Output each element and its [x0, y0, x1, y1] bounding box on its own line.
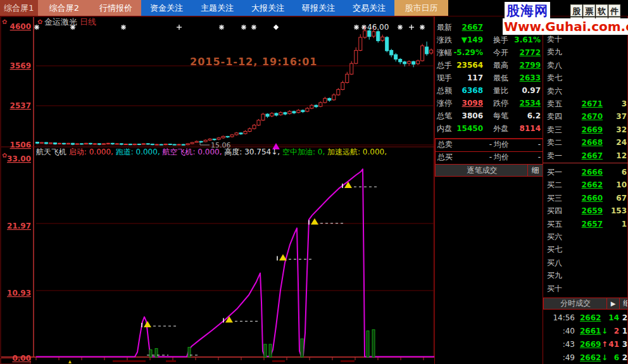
tick-by-tick-tab[interactable]: 逐笔成交: [435, 164, 529, 177]
candle: [44, 142, 47, 144]
time-sales-row[interactable]: 14:562662142: [543, 311, 628, 324]
bid-row[interactable]: 买七: [543, 243, 628, 256]
total-buy-row: 总买-均价-: [435, 151, 543, 165]
quote-value: 2534: [520, 97, 541, 110]
quote-row: 总笔3806每笔6.2: [435, 110, 543, 122]
axis-label: 10.93: [7, 289, 31, 298]
candle: [430, 49, 433, 55]
ask-row[interactable]: 卖二266824: [543, 136, 628, 149]
expand-arrow-button[interactable]: ▶: [606, 298, 620, 310]
candle: [359, 34, 362, 51]
menu-tab-1[interactable]: 综合屏1: [0, 0, 38, 16]
quote-value: 2799: [520, 59, 541, 72]
window-flower-icon[interactable]: ✿: [2, 152, 7, 159]
book-level-label: 买九: [547, 269, 562, 282]
ask-row[interactable]: 卖五26713: [543, 97, 628, 110]
bid-row[interactable]: 买八: [543, 256, 628, 269]
book-price: 2670: [582, 110, 603, 123]
menu-tab-2[interactable]: 综合屏2: [38, 0, 91, 16]
time-sales-row[interactable]: :402661↓21: [543, 325, 628, 337]
quote-label: 最新: [437, 21, 452, 34]
event-marker-star: [361, 25, 367, 30]
indicator-param: 空中加油: 0,: [282, 147, 327, 156]
ask-row[interactable]: 卖三266932: [543, 123, 628, 136]
candle: [111, 143, 114, 145]
quote-label: 跌停: [493, 97, 508, 110]
ask-row[interactable]: 卖七: [543, 72, 628, 84]
trade-volume: 2: [614, 325, 619, 337]
candle: [129, 144, 132, 145]
quote-label: 最低: [493, 72, 508, 84]
watermark-url: Www.Guhai.com.cn: [503, 18, 628, 35]
trade-time: :40: [543, 325, 575, 337]
menu-tab-3[interactable]: 行情报价: [91, 0, 141, 16]
bid-row[interactable]: 买九: [543, 269, 628, 282]
volume-bar: [188, 348, 191, 357]
menu-tab-7[interactable]: 研报关注: [293, 0, 344, 16]
bid-row[interactable]: 买四2659153: [543, 204, 628, 217]
quote-value: -: [489, 152, 492, 163]
time-sales-detail-button[interactable]: 细: [619, 298, 628, 310]
watermark: 股海网 股票软件资源分享 Www.Guhai.com.cn: [502, 1, 628, 36]
candle: [319, 101, 322, 107]
menu-tab-8[interactable]: 交易关注: [344, 0, 394, 16]
quote-value: ▼149: [462, 34, 483, 46]
quote-label: 总笔: [437, 110, 452, 122]
candle: [173, 144, 176, 145]
bid-row[interactable]: 买五26571: [543, 218, 628, 230]
event-marker-star: [398, 25, 403, 30]
book-price: 2667: [582, 149, 603, 162]
event-marker-star: [354, 25, 359, 30]
candle: [346, 72, 349, 84]
bid-row[interactable]: 买二266210: [543, 179, 628, 191]
time-sales-row[interactable]: :432669↑413: [543, 338, 628, 351]
ask-row[interactable]: 卖八: [543, 59, 628, 72]
trade-volume: 6: [614, 351, 619, 364]
quote-row: 内盘15450外盘8114: [435, 122, 543, 135]
book-volume: 153: [611, 204, 627, 217]
ask-row[interactable]: 卖一266712: [543, 149, 628, 162]
candle: [155, 144, 158, 145]
window-flower-icon[interactable]: ✿: [2, 18, 7, 25]
book-level-label: 卖四: [547, 110, 562, 123]
candle: [204, 139, 207, 142]
period-label[interactable]: 日线: [80, 17, 96, 27]
bid-row[interactable]: 买一26666: [543, 166, 628, 179]
watermark-tagline-char: 股: [570, 4, 582, 16]
menu-tab-9[interactable]: 股市日历: [394, 0, 448, 16]
time-sales-tab[interactable]: 分时成交: [543, 298, 608, 310]
indicator-name[interactable]: 航天飞机: [36, 147, 69, 156]
menu-tab-6[interactable]: 大报关注: [242, 0, 293, 16]
tape-detail-button[interactable]: 细: [527, 164, 543, 177]
ask-row[interactable]: 卖九: [543, 46, 628, 58]
candle: [84, 143, 87, 144]
book-level-label: 买七: [547, 243, 562, 256]
bid-row[interactable]: 买六: [543, 230, 628, 243]
candle: [49, 142, 52, 144]
quote-label: 总手: [437, 59, 452, 72]
quote-value: 15450: [456, 122, 483, 135]
candle: [412, 61, 415, 67]
window-flower-icon[interactable]: ✿: [37, 18, 42, 25]
quote-value: -: [538, 139, 541, 150]
candle: [399, 58, 402, 65]
menu-tab-5[interactable]: 主题关注: [192, 0, 242, 16]
time-sales-row[interactable]: :492662↓62: [543, 351, 628, 364]
menu-tab-4[interactable]: 资金关注: [141, 0, 192, 16]
datetime-stamp: 2015-1-12, 19:16:01: [190, 56, 317, 68]
candle: [226, 136, 229, 138]
book-level-label: 买一: [547, 166, 562, 179]
quote-value: 3806: [462, 110, 483, 122]
candle: [142, 143, 145, 144]
bid-row[interactable]: 买十: [543, 282, 628, 295]
book-level-label: 买六: [547, 230, 562, 243]
trade-count: 3: [622, 338, 627, 351]
event-marker-plus: [409, 25, 414, 30]
bid-row[interactable]: 买三266067: [543, 192, 628, 204]
candle: [266, 113, 269, 118]
up-arrow-icon: ↑: [601, 338, 608, 351]
ask-row[interactable]: 卖四267037: [543, 110, 628, 123]
candle: [160, 144, 163, 145]
candle: [195, 141, 198, 143]
ask-row[interactable]: 卖六: [543, 85, 628, 97]
